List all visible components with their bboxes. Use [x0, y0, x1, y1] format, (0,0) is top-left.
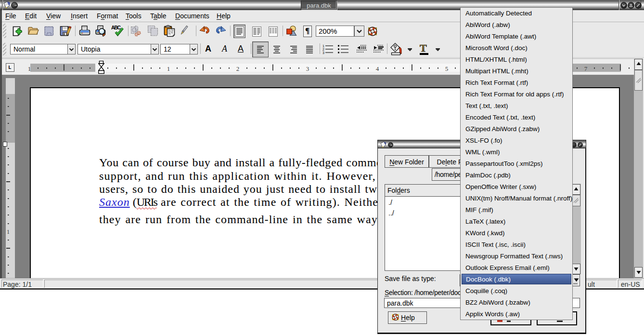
svg-text:7: 7	[584, 65, 588, 72]
svg-text:ABC: ABC	[111, 25, 121, 30]
svg-text:1: 1	[167, 65, 170, 72]
svg-text:1: 1	[322, 44, 324, 48]
svg-text:2: 2	[322, 48, 324, 51]
svg-text:4: 4	[376, 65, 379, 72]
svg-text:3: 3	[306, 65, 309, 72]
svg-text:3: 3	[322, 51, 324, 54]
svg-text:1: 1	[28, 65, 31, 72]
svg-text:2: 2	[236, 65, 240, 72]
svg-text:5: 5	[445, 65, 449, 72]
svg-text:T: T	[420, 43, 427, 54]
svg-text:1: 1	[7, 228, 10, 235]
